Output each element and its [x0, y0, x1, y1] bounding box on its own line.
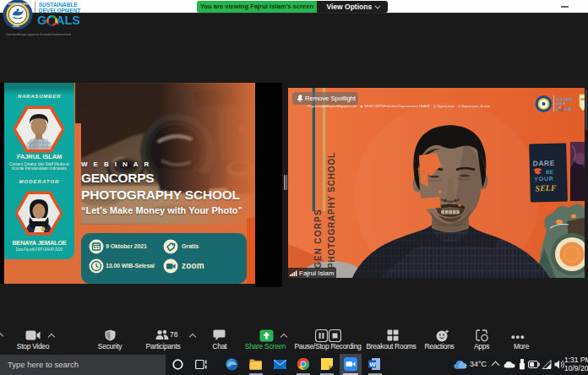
svg-text:GEN CORPS: GEN CORPS [313, 209, 323, 269]
svg-text:DARE: DARE [533, 159, 555, 168]
svg-text:G ALS: G ALS [556, 106, 572, 111]
svg-text:SELF: SELF [535, 183, 557, 193]
svg-text:YOUR: YOUR [534, 176, 554, 182]
svg-text:PHOTOGRAPHY SCHOOL: PHOTOGRAPHY SCHOOL [327, 152, 336, 269]
svg-text:BE: BE [546, 169, 554, 175]
svg-text:UNAIR: UNAIR [13, 24, 19, 28]
svg-text:UNIVERSITAS AIRL: UNIVERSITAS AIRL [8, 3, 29, 6]
svg-text:W: W [369, 361, 376, 368]
